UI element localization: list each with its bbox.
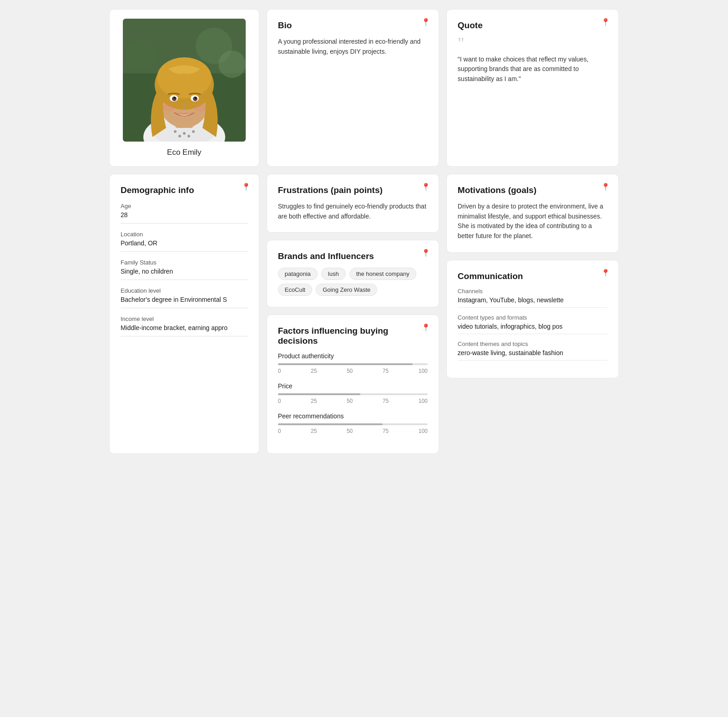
quote-text: "I want to make choices that reflect my … [458, 55, 607, 84]
svg-point-4 [218, 51, 246, 78]
svg-point-19 [194, 103, 207, 112]
comm-section-label: Channels [458, 288, 607, 295]
comm-section-value: zero-waste living, sustainable fashion [458, 349, 607, 361]
comm-section-label: Content types and formats [458, 314, 607, 321]
quote-title: Quote [458, 20, 607, 31]
svg-point-16 [174, 97, 176, 99]
svg-point-24 [187, 135, 190, 137]
demographic-title: Demographic info [121, 185, 248, 195]
col2-row2: 📍 Frustrations (pain points) Struggles t… [267, 174, 439, 454]
pin-icon-comm: 📍 [601, 269, 610, 277]
slider-fill [278, 363, 413, 365]
slider-track[interactable] [278, 393, 428, 395]
brands-tags: patagonialushthe honest companyEcoCultGo… [278, 268, 428, 296]
factor-label: Product authenticity [278, 352, 428, 360]
demographic-fields: Age28LocationPortland, ORFamily StatusSi… [121, 203, 248, 336]
main-grid: Eco Emily 📍 Bio A young professional int… [109, 9, 619, 454]
factor-label: Price [278, 382, 428, 390]
factor-item: Price0255075100 [278, 382, 428, 404]
factor-item: Product authenticity0255075100 [278, 352, 428, 374]
slider-tick: 100 [419, 398, 428, 404]
pin-icon-motivations: 📍 [601, 183, 610, 191]
comm-section: ChannelsInstagram, YouTube, blogs, newsl… [458, 288, 607, 308]
factor-label: Peer recommendations [278, 412, 428, 420]
slider-tick: 50 [347, 398, 353, 404]
frustrations-card: 📍 Frustrations (pain points) Struggles t… [267, 174, 439, 233]
communication-sections: ChannelsInstagram, YouTube, blogs, newsl… [458, 288, 607, 361]
factor-item: Peer recommendations0255075100 [278, 412, 428, 434]
communication-card: 📍 Communication ChannelsInstagram, YouTu… [446, 260, 619, 378]
bio-text: A young professional interested in eco-f… [278, 37, 428, 56]
slider-tick: 75 [383, 398, 389, 404]
slider-tick: 0 [278, 368, 281, 374]
slider-ticks: 0255075100 [278, 398, 428, 404]
motivations-title: Motivations (goals) [458, 185, 607, 195]
svg-point-22 [192, 130, 195, 133]
slider-tick: 75 [383, 368, 389, 374]
svg-point-17 [195, 97, 197, 99]
profile-name: Eco Emily [167, 148, 202, 157]
slider-ticks: 0255075100 [278, 428, 428, 434]
communication-title: Communication [458, 271, 607, 281]
demo-label: Education level [121, 287, 248, 294]
factors-items: Product authenticity0255075100Price02550… [278, 352, 428, 434]
motivations-card: 📍 Motivations (goals) Driven by a desire… [446, 174, 619, 253]
svg-point-5 [125, 39, 157, 71]
slider-tick: 75 [383, 428, 389, 434]
comm-section: Content themes and topicszero-waste livi… [458, 341, 607, 361]
quote-card: 📍 Quote " "I want to make choices that r… [446, 9, 619, 167]
pin-icon-frustrations: 📍 [421, 183, 430, 191]
slider-tick: 0 [278, 398, 281, 404]
demo-value: Portland, OR [121, 239, 248, 252]
svg-point-18 [162, 103, 175, 112]
profile-card: Eco Emily [109, 9, 259, 167]
demo-value: Bachelor's degree in Environmental S [121, 296, 248, 308]
bio-title: Bio [278, 20, 428, 31]
motivations-text: Driven by a desire to protect the enviro… [458, 202, 607, 241]
svg-point-20 [174, 130, 177, 133]
svg-point-11 [157, 57, 212, 98]
col3-row2: 📍 Motivations (goals) Driven by a desire… [446, 174, 619, 454]
pin-icon-factors: 📍 [421, 323, 430, 332]
quote-mark: " [458, 37, 607, 50]
slider-tick: 25 [311, 398, 317, 404]
comm-section-value: video tutorials, infographics, blog pos [458, 323, 607, 334]
brand-tag: lush [321, 268, 346, 280]
frustrations-title: Frustrations (pain points) [278, 185, 428, 195]
demo-value: Single, no children [121, 268, 248, 280]
demo-label: Location [121, 231, 248, 238]
pin-icon-demo: 📍 [242, 183, 251, 191]
slider-tick: 25 [311, 368, 317, 374]
slider-track[interactable] [278, 363, 428, 365]
demo-value: 28 [121, 211, 248, 224]
brand-tag: Going Zero Waste [316, 284, 377, 296]
brand-tag: patagonia [278, 268, 318, 280]
brand-tag: the honest company [349, 268, 416, 280]
pin-icon-quote: 📍 [601, 18, 610, 26]
demo-label: Age [121, 203, 248, 209]
slider-tick: 50 [347, 428, 353, 434]
comm-section-label: Content themes and topics [458, 341, 607, 347]
brands-title: Brands and Influencers [278, 251, 428, 261]
slider-tick: 50 [347, 368, 353, 374]
factors-title: Factors influencing buying decisions [278, 326, 428, 346]
demographic-card: 📍 Demographic info Age28LocationPortland… [109, 174, 259, 454]
profile-image [123, 19, 246, 142]
slider-ticks: 0255075100 [278, 368, 428, 374]
slider-fill [278, 423, 383, 425]
demo-label: Family Status [121, 259, 248, 266]
factors-card: 📍 Factors influencing buying decisions P… [267, 315, 439, 454]
brand-tag: EcoCult [278, 284, 313, 296]
brands-card: 📍 Brands and Influencers patagonialushth… [267, 240, 439, 307]
slider-tick: 100 [419, 368, 428, 374]
slider-tick: 25 [311, 428, 317, 434]
slider-fill [278, 393, 360, 395]
slider-tick: 100 [419, 428, 428, 434]
comm-section: Content types and formatsvideo tutorials… [458, 314, 607, 334]
slider-track[interactable] [278, 423, 428, 425]
comm-section-value: Instagram, YouTube, blogs, newslette [458, 296, 607, 308]
svg-point-21 [183, 132, 186, 135]
slider-tick: 0 [278, 428, 281, 434]
pin-icon-brands: 📍 [421, 249, 430, 257]
demo-label: Income level [121, 315, 248, 322]
